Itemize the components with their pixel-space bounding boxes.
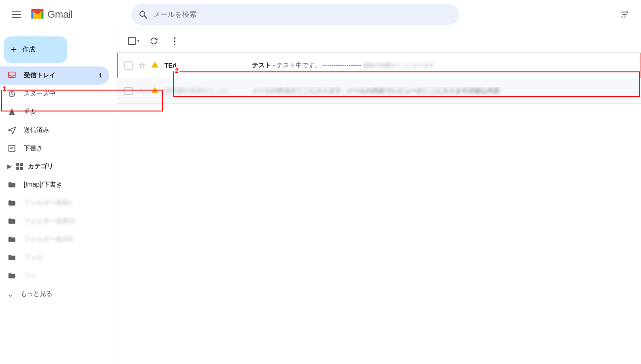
sidebar-item-snoozed[interactable]: スヌーズ中	[0, 85, 109, 103]
svg-marker-18	[152, 61, 159, 67]
search-input[interactable]	[153, 10, 452, 19]
email-sender-2: 送信者の名前がここに	[164, 87, 246, 95]
sidebar-item-inbox[interactable]: 受信トレイ 1	[0, 66, 109, 85]
drafts-label: 下書き	[24, 144, 43, 152]
more-toolbar-button[interactable]: ⋮	[165, 32, 183, 50]
sidebar-item-drafts[interactable]: 下書き	[0, 139, 109, 157]
refresh-button[interactable]	[145, 32, 163, 50]
gmail-m-icon	[29, 6, 46, 23]
sidebar-item-folder5[interactable]: フォ	[0, 267, 109, 285]
email-checkbox-2[interactable]	[124, 87, 133, 95]
important-icon	[7, 107, 16, 116]
sidebar-item-folder4[interactable]: フォル	[0, 248, 109, 267]
inbox-icon	[7, 71, 16, 80]
folder-icon-4	[7, 253, 16, 262]
email-snippet-2: - メールの内容プレビューがここに入ります詳細な内容	[343, 87, 500, 94]
categories-label: カテゴリ	[28, 162, 53, 171]
sent-icon	[7, 126, 16, 135]
svg-marker-19	[152, 87, 159, 93]
category-icon	[15, 162, 24, 171]
toolbar: ▾ ⋮	[117, 29, 641, 53]
email-main: ▾ ⋮ ☆	[117, 29, 641, 364]
app-name-label: Gmail	[47, 9, 72, 20]
sidebar-item-folder1[interactable]: フォルダー名前1	[0, 194, 109, 212]
folder-icon	[7, 180, 16, 189]
vertical-dots-icon: ⋮	[170, 35, 179, 46]
sidebar-item-categories[interactable]: ▶ カテゴリ	[0, 157, 117, 176]
folder2-label: フォルダー名前22	[24, 217, 76, 225]
email-star-1[interactable]: ☆	[138, 61, 145, 71]
email-important-1	[151, 61, 159, 71]
svg-rect-15	[20, 163, 23, 167]
email-row[interactable]: ☆ TEd テスト - テスト中です。 ------------------ 追…	[117, 53, 641, 78]
email-snippet-1: - テスト中です。 ------------------	[273, 61, 361, 69]
svg-rect-0	[12, 11, 21, 12]
email-star-2[interactable]: ☆	[138, 86, 145, 96]
email-subject-1: テスト	[252, 61, 271, 69]
draft-icon	[7, 144, 16, 153]
main-layout: + 作成 受信トレイ 1	[0, 29, 641, 364]
expand-icon: ▶	[7, 163, 11, 170]
email-content-1: テスト - テスト中です。 ------------------ 追加の内容がこ…	[252, 61, 634, 70]
sidebar-item-folder3[interactable]: フォルダー名333	[0, 230, 109, 248]
email-trailing-1: 追加の内容がここに入ります	[363, 62, 434, 69]
folder4-label: フォル	[24, 253, 43, 262]
svg-rect-14	[16, 163, 20, 167]
select-chevron-icon: ▾	[137, 38, 139, 43]
folder-icon-2	[7, 217, 16, 226]
snooze-icon	[7, 89, 16, 98]
folder1-label: フォルダー名前1	[24, 199, 72, 207]
sidebar-item-imap-drafts[interactable]: [Imap]/下書き	[0, 176, 109, 194]
sidebar-item-folder2[interactable]: フォルダー名前22	[0, 212, 109, 230]
svg-rect-16	[16, 167, 20, 170]
folder5-label: フォ	[24, 272, 36, 280]
important-label: 重要	[24, 108, 36, 116]
email-content-2: メールの件名がここに入ります - メールの内容プレビューがここに入ります詳細な内…	[252, 87, 634, 95]
chevron-down-icon: ⌄	[7, 290, 13, 298]
search-icon	[138, 10, 148, 19]
more-label: もっと見る	[21, 290, 52, 298]
gmail-logo: Gmail	[29, 6, 72, 23]
compose-label: 作成	[22, 46, 35, 54]
sidebar-item-important[interactable]: 重要	[0, 103, 109, 121]
svg-rect-2	[12, 17, 21, 18]
header-left: Gmail	[7, 5, 126, 24]
inbox-badge: 1	[99, 72, 102, 79]
svg-rect-17	[20, 167, 23, 170]
inbox-label: 受信トレイ	[24, 71, 56, 80]
email-checkbox-1[interactable]	[124, 61, 133, 70]
email-row[interactable]: ☆ 送信者の名前がここに メールの件名がここに入ります - メールの内容プレビュ…	[117, 78, 641, 104]
folder3-label: フォルダー名333	[24, 235, 72, 243]
more-button[interactable]: ⌄ もっと見る	[0, 285, 117, 303]
refresh-icon	[149, 36, 159, 46]
svg-line-4	[144, 15, 147, 18]
compose-button[interactable]: + 作成	[4, 36, 67, 63]
imap-drafts-label: [Imap]/下書き	[24, 181, 62, 189]
search-options-button[interactable]	[615, 5, 634, 24]
sent-label: 送信済み	[24, 126, 49, 134]
snoozed-label: スヌーズ中	[24, 90, 56, 98]
compose-plus-icon: +	[11, 44, 17, 56]
email-important-2	[151, 86, 159, 96]
email-list: ☆ TEd テスト - テスト中です。 ------------------ 追…	[117, 53, 641, 364]
select-checkbox-icon	[128, 37, 136, 45]
folder-icon-3	[7, 235, 16, 244]
email-sender-1: TEd	[164, 62, 246, 69]
sidebar: + 作成 受信トレイ 1	[0, 29, 117, 364]
menu-button[interactable]	[7, 5, 26, 24]
svg-marker-13	[9, 108, 15, 115]
header: Gmail	[0, 0, 641, 29]
filter-icon	[620, 10, 630, 20]
folder-icon-1	[7, 198, 16, 207]
email-subject-2: メールの件名がここに入ります	[252, 87, 341, 94]
header-right	[615, 5, 634, 24]
search-bar[interactable]	[131, 4, 459, 25]
folder-icon-5	[7, 271, 16, 280]
sidebar-item-sent[interactable]: 送信済み	[0, 121, 109, 139]
select-all-button[interactable]: ▾	[124, 32, 143, 50]
svg-rect-1	[12, 14, 21, 15]
